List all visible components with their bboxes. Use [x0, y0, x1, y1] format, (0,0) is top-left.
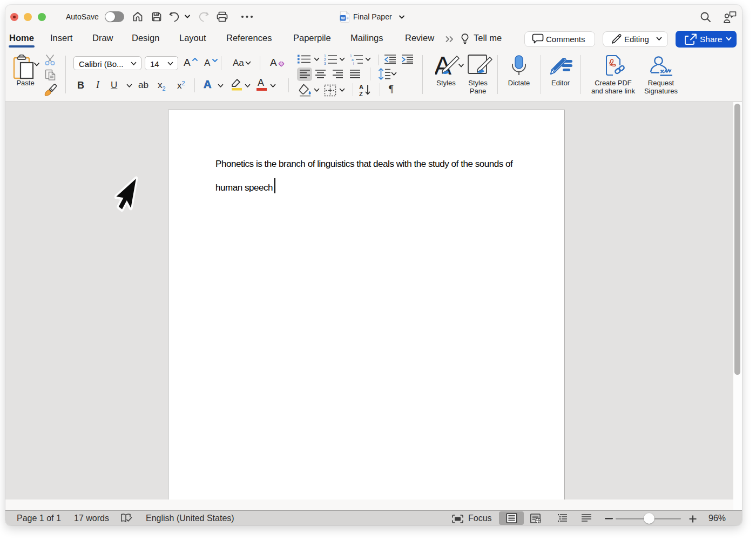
svg-text:3: 3: [324, 62, 326, 65]
svg-text:1: 1: [350, 54, 352, 58]
svg-text:2: 2: [324, 58, 326, 62]
svg-text:W: W: [341, 16, 345, 21]
svg-text:1: 1: [324, 54, 326, 58]
svg-text:A: A: [359, 84, 363, 90]
svg-text:a: a: [352, 58, 354, 62]
svg-text:Z: Z: [359, 91, 363, 97]
svg-text:i: i: [353, 62, 354, 65]
